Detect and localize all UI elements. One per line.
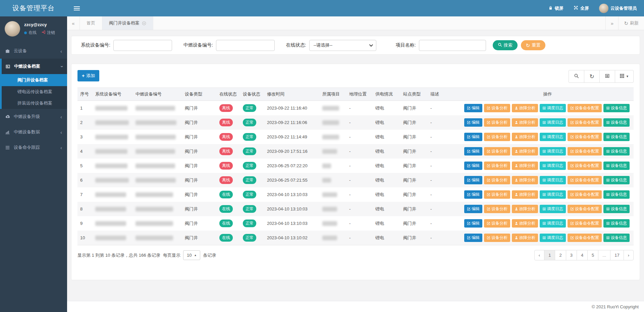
device-analysis-button[interactable]: 设备分析 [484, 205, 510, 213]
dispatch-log-button[interactable]: 调度日志 [540, 176, 566, 184]
lock-screen-button[interactable]: 锁屏 [548, 5, 564, 11]
tabs-scroll-right-button[interactable]: » [605, 16, 618, 30]
device-info-button[interactable]: 设备信息 [603, 162, 630, 170]
sidebar-item-cn-device-archive[interactable]: 中燃设备档案 ‹ [2, 59, 67, 74]
edit-button[interactable]: 编辑 [464, 219, 482, 228]
fault-analysis-button[interactable]: 故障分析 [512, 133, 538, 141]
device-info-button[interactable]: 设备信息 [603, 219, 630, 228]
device-info-button[interactable]: 设备信息 [603, 147, 630, 155]
sidebar-item-device-upgrade[interactable]: 中燃设备升级 ‹ [0, 109, 67, 124]
device-info-button[interactable]: 设备信息 [603, 176, 630, 184]
page-size-select[interactable]: 10 ▲ [183, 250, 200, 260]
online-status-select[interactable]: --请选择-- [309, 40, 376, 51]
dispatch-log-button[interactable]: 调度日志 [540, 219, 566, 228]
dispatch-log-button[interactable]: 调度日志 [540, 133, 566, 141]
dispatch-log-button[interactable]: 调度日志 [540, 104, 566, 112]
device-analysis-button[interactable]: 设备分析 [484, 190, 510, 199]
sidebar-toggle-button[interactable] [72, 4, 81, 12]
device-info-button[interactable]: 设备信息 [603, 190, 630, 199]
dispatch-log-button[interactable]: 调度日志 [540, 147, 566, 155]
dispatch-log-button[interactable]: 调度日志 [540, 234, 566, 242]
device-analysis-button[interactable]: 设备分析 [484, 133, 510, 141]
device-command-config-button[interactable]: 设备命令配置 [568, 104, 602, 112]
page-prev-button[interactable]: ‹ [534, 250, 544, 260]
fault-analysis-button[interactable]: 故障分析 [512, 147, 538, 155]
fault-analysis-button[interactable]: 故障分析 [512, 118, 538, 127]
dispatch-log-button[interactable]: 调度日志 [540, 118, 566, 127]
tab-valve-well-archive[interactable]: 阀门井设备档案 [102, 16, 153, 30]
page-3-button[interactable]: 3 [566, 250, 577, 260]
device-command-config-button[interactable]: 设备命令配置 [568, 190, 602, 199]
dispatch-log-button[interactable]: 调度日志 [540, 162, 566, 170]
device-info-button[interactable]: 设备信息 [603, 234, 630, 242]
device-command-config-button[interactable]: 设备命令配置 [568, 205, 602, 213]
user-menu[interactable]: 云设备管理员 [599, 4, 637, 13]
sidebar-item-lithium-remote-archive[interactable]: 锂电远传设备档案 [2, 86, 67, 98]
table-search-toggle-button[interactable] [569, 70, 584, 83]
edit-button[interactable]: 编辑 [464, 190, 482, 199]
device-analysis-button[interactable]: 设备分析 [484, 104, 510, 112]
add-button[interactable]: + 添加 [77, 70, 99, 81]
table-columns-button[interactable]: ▼ [615, 70, 634, 83]
page-17-button[interactable]: 17 [610, 250, 624, 260]
search-button[interactable]: 搜索 [493, 40, 518, 50]
edit-button[interactable]: 编辑 [464, 162, 482, 170]
fault-analysis-button[interactable]: 故障分析 [512, 205, 538, 213]
cn-device-no-input[interactable] [216, 40, 275, 51]
dispatch-log-button[interactable]: 调度日志 [540, 190, 566, 199]
page-ellipsis-button[interactable]: ... [598, 250, 610, 260]
sidebar-item-assembled-remote-archive[interactable]: 拼装远传设备档案 [2, 98, 67, 109]
edit-button[interactable]: 编辑 [464, 133, 482, 141]
device-info-button[interactable]: 设备信息 [603, 118, 630, 127]
page-2-button[interactable]: 2 [555, 250, 566, 260]
edit-button[interactable]: 编辑 [464, 118, 482, 127]
device-command-config-button[interactable]: 设备命令配置 [568, 147, 602, 155]
logout-button[interactable]: 注销 [42, 30, 55, 36]
edit-button[interactable]: 编辑 [464, 176, 482, 184]
sidebar-item-command-tracking[interactable]: 设备命令跟踪 ‹ [0, 140, 67, 155]
edit-button[interactable]: 编辑 [464, 205, 482, 213]
page-next-button[interactable]: › [624, 250, 634, 260]
tab-home[interactable]: 首页 [80, 16, 102, 30]
page-5-button[interactable]: 5 [587, 250, 598, 260]
page-1-button[interactable]: 1 [544, 250, 555, 260]
device-info-button[interactable]: 设备信息 [603, 205, 630, 213]
device-analysis-button[interactable]: 设备分析 [484, 219, 510, 228]
tab-close-icon[interactable] [142, 21, 146, 25]
edit-button[interactable]: 编辑 [464, 147, 482, 155]
reset-button[interactable]: ↻ 重置 [521, 40, 546, 50]
device-command-config-button[interactable]: 设备命令配置 [568, 162, 602, 170]
device-command-config-button[interactable]: 设备命令配置 [568, 234, 602, 242]
fault-analysis-button[interactable]: 故障分析 [512, 104, 538, 112]
device-command-config-button[interactable]: 设备命令配置 [568, 118, 602, 127]
project-name-input[interactable] [419, 40, 486, 51]
fault-analysis-button[interactable]: 故障分析 [512, 234, 538, 242]
sidebar-item-cloud-device[interactable]: 云设备 ‹ [0, 43, 67, 59]
dispatch-log-button[interactable]: 调度日志 [540, 205, 566, 213]
table-detail-view-button[interactable] [599, 70, 615, 83]
device-command-config-button[interactable]: 设备命令配置 [568, 133, 602, 141]
sidebar-item-valve-well-archive[interactable]: 阀门井设备档案 [2, 74, 67, 86]
sidebar-item-device-data[interactable]: 中燃设备数据 ‹ [0, 124, 67, 140]
fullscreen-button[interactable]: 全屏 [574, 5, 589, 11]
page-4-button[interactable]: 4 [577, 250, 588, 260]
table-refresh-button[interactable]: ↻ [584, 70, 600, 83]
device-analysis-button[interactable]: 设备分析 [484, 176, 510, 184]
fault-analysis-button[interactable]: 故障分析 [512, 190, 538, 199]
tab-refresh-button[interactable]: ↻ 刷新 [618, 16, 644, 30]
device-info-button[interactable]: 设备信息 [603, 104, 630, 112]
system-device-no-input[interactable] [113, 40, 172, 51]
device-command-config-button[interactable]: 设备命令配置 [568, 219, 602, 228]
device-info-button[interactable]: 设备信息 [603, 133, 630, 141]
tabs-scroll-left-button[interactable]: « [67, 16, 80, 30]
edit-button[interactable]: 编辑 [464, 234, 482, 242]
edit-button[interactable]: 编辑 [464, 104, 482, 112]
device-analysis-button[interactable]: 设备分析 [484, 147, 510, 155]
device-analysis-button[interactable]: 设备分析 [484, 234, 510, 242]
fault-analysis-button[interactable]: 故障分析 [512, 162, 538, 170]
fault-analysis-button[interactable]: 故障分析 [512, 176, 538, 184]
device-analysis-button[interactable]: 设备分析 [484, 162, 510, 170]
device-analysis-button[interactable]: 设备分析 [484, 118, 510, 127]
device-command-config-button[interactable]: 设备命令配置 [568, 176, 602, 184]
fault-analysis-button[interactable]: 故障分析 [512, 219, 538, 228]
